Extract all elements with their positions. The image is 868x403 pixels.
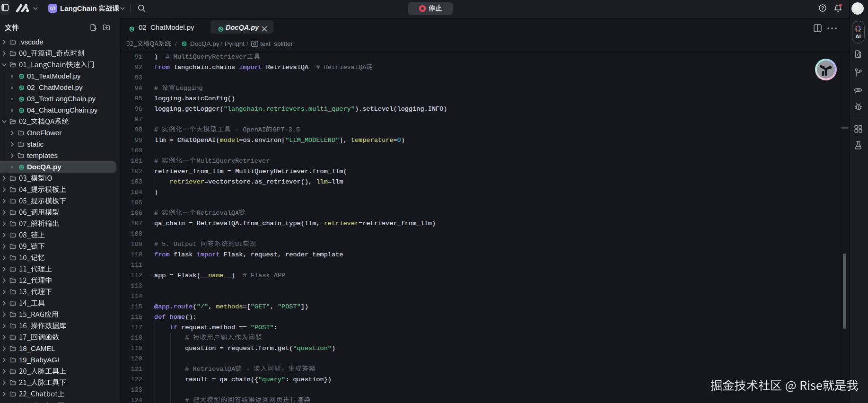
svg-text:?: ? xyxy=(821,5,824,10)
